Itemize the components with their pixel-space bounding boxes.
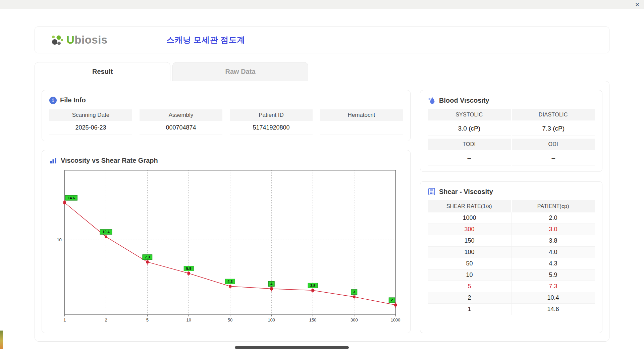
field-scanning-date: Scanning Date 2025-06-23: [49, 109, 132, 135]
shear-table-cell: 10: [428, 269, 511, 281]
shear-table-row: 504.3: [428, 258, 595, 269]
shear-table-cell: 1: [428, 304, 511, 315]
bv-header-odi: ODI: [512, 139, 595, 150]
shear-table-cell: 1000: [428, 212, 511, 223]
shear-viscosity-card: Shear - Viscosity SHEAR RATE(1/s) PATIEN…: [420, 181, 602, 333]
field-value: 000704874: [140, 121, 222, 135]
tab-bar: Result Raw Data: [35, 62, 609, 81]
svg-text:50: 50: [228, 317, 232, 322]
tab-raw-data[interactable]: Raw Data: [172, 62, 308, 81]
shear-table-cell: 14.6: [511, 304, 595, 315]
result-panel: i File Info Scanning Date 2025-06-23 Ass…: [35, 81, 609, 342]
desktop-wallpaper-sliver: [0, 331, 3, 349]
app-window: ✕ Ubiosis 스캐닝 모세관 점도계 Result Raw Data: [0, 0, 644, 349]
graph-card: Viscosity vs Shear Rate Graph 1012510501…: [42, 150, 411, 333]
logo-text-rest: biosis: [74, 34, 107, 46]
horizontal-scrollbar-thumb[interactable]: [235, 346, 349, 349]
file-info-card: i File Info Scanning Date 2025-06-23 Ass…: [42, 90, 411, 141]
shear-table-cell: 2.0: [511, 212, 595, 223]
field-label: Scanning Date: [49, 109, 132, 121]
logo-text-u: U: [66, 34, 74, 46]
svg-text:10: 10: [186, 317, 191, 322]
svg-text:4: 4: [270, 282, 273, 286]
bv-header-systolic: SYSTOLIC: [428, 109, 511, 120]
shear-table-row: 3003.0: [428, 224, 595, 235]
main-area: Ubiosis 스캐닝 모세관 점도계 Result Raw Data i Fi…: [0, 9, 644, 342]
svg-text:3: 3: [353, 290, 355, 294]
field-label: Assembly: [140, 109, 222, 121]
field-value: 2025-06-23: [49, 121, 132, 135]
shear-table-row: 210.4: [428, 292, 595, 304]
shear-table-cell: 150: [428, 235, 511, 246]
file-info-header: i File Info: [49, 96, 403, 104]
blood-viscosity-row1: SYSTOLIC DIASTOLIC 3.0 (cP) 7.3 (cP): [428, 109, 595, 136]
svg-text:5: 5: [146, 317, 149, 322]
shear-table-cell: 300: [428, 224, 511, 235]
bv-value-odi: –: [512, 151, 595, 165]
blood-viscosity-header: Blood Viscosity: [428, 96, 595, 104]
field-assembly: Assembly 000704874: [140, 109, 222, 135]
field-value: [320, 121, 403, 135]
info-icon: i: [49, 97, 57, 104]
svg-text:1000: 1000: [391, 317, 400, 322]
svg-text:10.4: 10.4: [102, 230, 110, 234]
calculator-icon: [428, 188, 436, 196]
shear-table-cell: 50: [428, 258, 511, 269]
shear-table-row: 114.6: [428, 304, 595, 315]
logo-icon: [50, 33, 64, 47]
blood-viscosity-row2: TODI ODI – –: [428, 139, 595, 165]
graph-header: Viscosity vs Shear Rate Graph: [49, 156, 403, 164]
bv-header-diastolic: DIASTOLIC: [512, 109, 595, 120]
shear-table-header: SHEAR RATE(1/s) PATIENT(cp): [428, 200, 595, 212]
shear-table-cell: 5: [428, 281, 511, 292]
file-info-fields: Scanning Date 2025-06-23 Assembly 000704…: [49, 109, 403, 135]
svg-text:150: 150: [309, 317, 317, 322]
shear-table-cell: 100: [428, 247, 511, 258]
svg-text:5.9: 5.9: [186, 266, 191, 270]
shear-table-cell: 4.0: [511, 247, 595, 258]
svg-text:300: 300: [351, 317, 358, 322]
shear-table-cell: 7.3: [511, 281, 595, 292]
bv-value-systolic: 3.0 (cP): [428, 121, 511, 136]
shear-viscosity-title: Shear - Viscosity: [439, 188, 493, 196]
shear-table-row: 1503.8: [428, 235, 595, 247]
shear-viscosity-header: Shear - Viscosity: [428, 188, 595, 196]
shear-table-row: 10002.0: [428, 212, 595, 224]
svg-text:1: 1: [63, 317, 66, 322]
svg-text:3.8: 3.8: [310, 284, 315, 288]
patient-column-header: PATIENT(cp): [512, 200, 595, 212]
droplet-icon: [428, 96, 436, 104]
shear-table-cell: 10.4: [511, 292, 595, 303]
left-column: i File Info Scanning Date 2025-06-23 Ass…: [42, 90, 411, 333]
tab-result[interactable]: Result: [35, 62, 170, 81]
svg-text:10: 10: [57, 237, 61, 242]
right-column: Blood Viscosity SYSTOLIC DIASTOLIC 3.0 (…: [420, 90, 602, 333]
bv-header-todi: TODI: [428, 139, 511, 150]
ubiosis-logo: Ubiosis: [50, 33, 136, 47]
graph-title: Viscosity vs Shear Rate Graph: [61, 157, 158, 164]
field-label: Patient ID: [230, 109, 313, 121]
shear-rate-column-header: SHEAR RATE(1/s): [428, 200, 511, 212]
bv-value-diastolic: 7.3 (cP): [512, 121, 595, 136]
logo-text: Ubiosis: [66, 34, 108, 46]
file-info-title: File Info: [60, 96, 86, 104]
shear-table-cell: 5.9: [511, 269, 595, 281]
svg-text:14.6: 14.6: [68, 196, 75, 200]
blood-viscosity-card: Blood Viscosity SYSTOLIC DIASTOLIC 3.0 (…: [420, 90, 602, 172]
viscosity-chart: 101251050100150300100014.610.47.35.94.34…: [49, 168, 403, 325]
shear-table-row: 105.9: [428, 269, 595, 281]
svg-text:100: 100: [268, 317, 275, 322]
shear-table-cell: 4.3: [511, 258, 595, 269]
field-label: Hematocrit: [320, 109, 403, 121]
svg-text:2: 2: [391, 298, 393, 302]
blood-viscosity-title: Blood Viscosity: [439, 97, 489, 104]
svg-text:4.3: 4.3: [227, 280, 232, 284]
shear-table-row: 57.3: [428, 281, 595, 292]
field-patient-id: Patient ID 51741920800: [230, 109, 313, 135]
shear-table-row: 1004.0: [428, 247, 595, 258]
header-card: Ubiosis 스캐닝 모세관 점도계: [35, 27, 609, 53]
shear-table-cell: 3.0: [511, 224, 595, 235]
close-icon[interactable]: ✕: [635, 2, 639, 7]
bv-value-todi: –: [428, 151, 511, 165]
svg-text:2: 2: [105, 317, 107, 322]
